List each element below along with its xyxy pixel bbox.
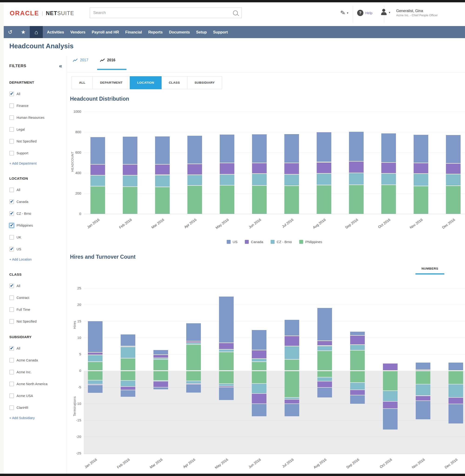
terminations-bar-sep-2016-philippines[interactable] bbox=[350, 371, 365, 382]
checkbox-all-unchecked[interactable] bbox=[9, 187, 14, 192]
bar-jun-2016-canada[interactable] bbox=[252, 163, 267, 173]
nav-item-support[interactable]: Support bbox=[213, 30, 228, 34]
bar-apr-2016-us[interactable] bbox=[187, 136, 202, 164]
terminations-bar-feb-2016-cz-brno[interactable] bbox=[121, 381, 135, 386]
hires-bar-may-2016-canada[interactable] bbox=[219, 343, 234, 349]
filter-item-department-not-specified[interactable]: Not Specified bbox=[9, 139, 67, 144]
bar-apr-2016-cz-brno[interactable] bbox=[187, 175, 202, 185]
filter-item-location-philippines[interactable]: Philippines bbox=[9, 223, 67, 228]
terminations-bar-feb-2016-philippines[interactable] bbox=[121, 371, 135, 380]
terminations-bar-apr-2016-philippines[interactable] bbox=[186, 371, 201, 381]
terminations-bar-apr-2016-cz-brno[interactable] bbox=[186, 381, 201, 383]
bar-jul-2016-us[interactable] bbox=[284, 134, 299, 163]
hires-bar-may-2016-philippines[interactable] bbox=[219, 352, 234, 370]
filter-item-class-all[interactable]: All bbox=[9, 284, 67, 288]
bar-jan-2016-canada[interactable] bbox=[90, 165, 105, 175]
bar-sep-2016-canada[interactable] bbox=[349, 162, 364, 172]
hires-bar-jan-2016-canada[interactable] bbox=[88, 352, 103, 355]
terminations-bar-oct-2016-canada[interactable] bbox=[383, 402, 398, 408]
checkbox-contract-unchecked[interactable] bbox=[9, 295, 14, 300]
terminations-bar-jun-2016-philippines[interactable] bbox=[252, 371, 266, 383]
add-subsidiary-link[interactable]: + Add Subsidiary bbox=[9, 416, 67, 420]
numbers-tab[interactable]: NUMBERS bbox=[415, 267, 444, 274]
bar-may-2016-canada[interactable] bbox=[220, 163, 234, 174]
nav-item-activities[interactable]: Activities bbox=[47, 30, 64, 34]
bar-jun-2016-philippines[interactable] bbox=[252, 186, 267, 214]
terminations-bar-may-2016-canada[interactable] bbox=[219, 386, 234, 387]
terminations-bar-jan-2016-us[interactable] bbox=[88, 385, 103, 393]
hires-bar-jul-2016-canada[interactable] bbox=[285, 336, 299, 346]
hires-bar-feb-2016-philippines[interactable] bbox=[121, 358, 135, 370]
terminations-bar-dec-2016-us[interactable] bbox=[448, 404, 463, 424]
checkbox-acme-canada-unchecked[interactable] bbox=[9, 358, 14, 362]
bar-jan-2016-us[interactable] bbox=[90, 137, 105, 164]
hires-bar-sep-2016-us[interactable] bbox=[350, 332, 365, 335]
bar-aug-2016-us[interactable] bbox=[317, 132, 331, 162]
filter-item-subsidiary-clanhr[interactable]: ClanHR bbox=[9, 405, 67, 410]
hires-bar-aug-2016-canada[interactable] bbox=[317, 341, 332, 345]
hires-bar-nov-2016-canada[interactable] bbox=[416, 370, 430, 370]
bar-feb-2016-canada[interactable] bbox=[123, 165, 137, 175]
filter-item-class-not-specified[interactable]: Not Specified bbox=[9, 319, 67, 324]
terminations-bar-aug-2016-canada[interactable] bbox=[317, 381, 332, 387]
filter-item-department-human-resources[interactable]: Human Resources bbox=[9, 115, 67, 120]
hires-bar-may-2016-us[interactable] bbox=[219, 297, 234, 342]
filter-item-subsidiary-acme-canada[interactable]: Acme Canada bbox=[9, 358, 67, 362]
hires-bar-feb-2016-canada[interactable] bbox=[121, 346, 135, 347]
hires-bar-jun-2016-us[interactable] bbox=[252, 330, 266, 350]
nav-item-payroll-and-hr[interactable]: Payroll and HR bbox=[92, 30, 119, 34]
terminations-bar-mar-2016-canada[interactable] bbox=[153, 381, 168, 387]
hires-bar-jul-2016-philippines[interactable] bbox=[285, 360, 299, 370]
bar-jan-2016-philippines[interactable] bbox=[90, 186, 105, 214]
checkbox-acme-inc-unchecked[interactable] bbox=[9, 370, 14, 374]
hires-bar-sep-2016-canada[interactable] bbox=[350, 336, 365, 344]
subtab-subsidiary[interactable]: SUBSIDIARY bbox=[187, 76, 222, 89]
bar-aug-2016-canada[interactable] bbox=[317, 163, 331, 173]
nav-item-financial[interactable]: Financial bbox=[125, 30, 142, 34]
checkbox-acme-usa-unchecked[interactable] bbox=[9, 393, 14, 398]
bar-jul-2016-canada[interactable] bbox=[284, 163, 299, 174]
terminations-bar-feb-2016-us[interactable] bbox=[121, 390, 135, 397]
bar-jun-2016-us[interactable] bbox=[252, 134, 267, 163]
bar-jun-2016-cz-brno[interactable] bbox=[252, 174, 267, 185]
hires-bar-apr-2016-canada[interactable] bbox=[186, 341, 201, 342]
hires-bar-jan-2016-us[interactable] bbox=[88, 321, 103, 352]
recent-records-icon[interactable]: ↺ bbox=[4, 29, 17, 35]
bar-sep-2016-philippines[interactable] bbox=[349, 185, 364, 214]
checkbox-philippines-checked[interactable] bbox=[9, 223, 14, 228]
terminations-bar-jun-2016-us[interactable] bbox=[252, 404, 266, 416]
terminations-bar-sep-2016-cz-brno[interactable] bbox=[350, 383, 365, 390]
checkbox-canada-checked[interactable] bbox=[9, 199, 14, 204]
user-menu[interactable]: ▾ bbox=[380, 9, 390, 16]
bar-dec-2016-us[interactable] bbox=[446, 135, 461, 163]
filter-item-department-finance[interactable]: Finance bbox=[9, 103, 67, 108]
checkbox-us-checked[interactable] bbox=[9, 247, 14, 251]
hires-bar-aug-2016-cz-brno[interactable] bbox=[317, 346, 332, 351]
terminations-bar-mar-2016-us[interactable] bbox=[153, 387, 168, 389]
checkbox-finance-unchecked[interactable] bbox=[9, 103, 14, 108]
filter-item-location-us[interactable]: US bbox=[9, 247, 67, 251]
bar-aug-2016-cz-brno[interactable] bbox=[317, 174, 331, 185]
nav-item-setup[interactable]: Setup bbox=[196, 30, 207, 34]
hires-bar-apr-2016-philippines[interactable] bbox=[186, 345, 201, 370]
terminations-bar-jul-2016-philippines[interactable] bbox=[285, 371, 299, 397]
checkbox-legal-unchecked[interactable] bbox=[9, 127, 14, 132]
hires-bar-jul-2016-cz-brno[interactable] bbox=[285, 346, 299, 359]
shortcuts-star-icon[interactable]: ★ bbox=[17, 29, 30, 35]
filter-item-department-legal[interactable]: Legal bbox=[9, 127, 67, 132]
bar-dec-2016-canada[interactable] bbox=[446, 164, 461, 174]
bar-oct-2016-us[interactable] bbox=[381, 134, 396, 162]
hires-bar-dec-2016-us[interactable] bbox=[448, 362, 463, 371]
search-icon[interactable] bbox=[233, 10, 238, 15]
terminations-bar-sep-2016-us[interactable] bbox=[350, 395, 365, 404]
hires-bar-aug-2016-philippines[interactable] bbox=[317, 351, 332, 370]
hires-bar-may-2016-cz-brno[interactable] bbox=[219, 350, 234, 352]
bar-nov-2016-canada[interactable] bbox=[414, 163, 428, 173]
checkbox-all-checked[interactable] bbox=[9, 346, 14, 351]
bar-oct-2016-philippines[interactable] bbox=[381, 185, 396, 214]
hires-bar-mar-2016-canada[interactable] bbox=[153, 355, 168, 358]
bar-apr-2016-canada[interactable] bbox=[187, 164, 202, 174]
bar-jul-2016-cz-brno[interactable] bbox=[284, 175, 299, 186]
collapse-sidebar-icon[interactable]: « bbox=[59, 63, 62, 69]
terminations-bar-jun-2016-cz-brno[interactable] bbox=[252, 384, 266, 393]
